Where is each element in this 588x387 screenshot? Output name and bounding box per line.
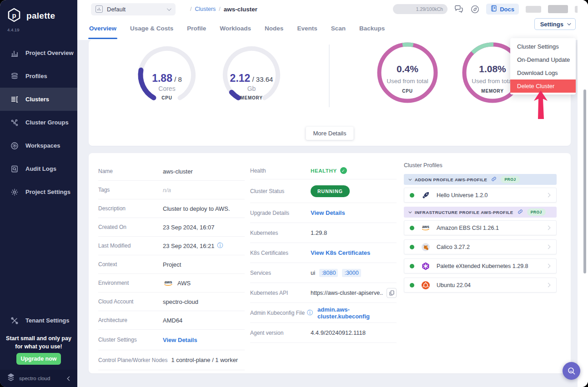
tab-profile[interactable]: Profile xyxy=(187,25,206,34)
menu-item-delete-cluster[interactable]: Delete Cluster xyxy=(510,79,576,93)
created-on-value: 23 Sep 2024, 16:07 xyxy=(163,224,215,231)
calico-icon xyxy=(421,242,431,252)
tab-bar: Overview Usage & Costs Profile Workloads… xyxy=(77,18,588,40)
sidebar-item-cluster-groups[interactable]: Cluster Groups xyxy=(0,111,77,134)
whats-new-icon[interactable] xyxy=(470,5,479,14)
tab-backups[interactable]: Backups xyxy=(359,25,385,34)
spectro-cloud-logo-icon xyxy=(6,373,15,383)
k8s-certificates-link[interactable]: View K8s Certificates xyxy=(311,249,370,256)
status-dot xyxy=(410,283,414,288)
profile-item-palette-extended-kubernetes[interactable]: Palette eXtended Kubernetes 1.29.8 xyxy=(404,258,557,273)
detail-row-services: Services ui :8080 :3000 xyxy=(250,263,397,283)
addon-profile-header[interactable]: ADDON PROFILE AWS-PROFILE PROJ xyxy=(404,174,557,185)
sidebar-item-project-overview[interactable]: Project Overview xyxy=(0,41,77,64)
settings-button[interactable]: Settings xyxy=(534,18,576,30)
cpu-usage-ring: 0.4% Used from total CPU xyxy=(376,41,439,104)
sidebar-item-clusters[interactable]: Clusters xyxy=(0,88,77,111)
info-icon[interactable]: ⓘ xyxy=(307,309,313,317)
agent-version-value: 4.4.9/20240912.1118 xyxy=(311,329,366,336)
breadcrumb-clusters-link[interactable]: Clusters xyxy=(195,6,216,12)
cluster-profiles-title: Cluster Profiles xyxy=(404,162,557,169)
aws-logo-icon: aws xyxy=(421,223,431,233)
menu-item-download-logs[interactable]: Download Logs xyxy=(510,66,576,79)
infrastructure-profile-header[interactable]: INFRASTRUCTURE PROFILE AWS-PROFILE PROJ xyxy=(404,207,557,218)
book-icon xyxy=(491,5,497,13)
tab-workloads[interactable]: Workloads xyxy=(220,25,251,34)
chevron-right-icon xyxy=(546,264,551,268)
tab-events[interactable]: Events xyxy=(297,25,317,34)
footer-brand-name: spectro cloud xyxy=(19,376,64,381)
details-card: Nameaws-cluster Tagsn/a DescriptionClust… xyxy=(89,153,571,373)
collapse-sidebar-icon[interactable] xyxy=(67,376,72,381)
redacted-control[interactable] xyxy=(548,5,568,13)
copy-icon[interactable] xyxy=(387,288,397,298)
services-name: ui xyxy=(311,269,315,276)
cloud-account-value: spectro-cloud xyxy=(163,298,198,305)
cpu-gauge: 1.88 / 8 Cores CPU xyxy=(135,43,199,107)
cluster-name-value: aws-cluster xyxy=(163,168,193,175)
profile-item-hello-universe[interactable]: Hello Universe 1.2.0 xyxy=(404,188,557,203)
chevron-right-icon xyxy=(546,245,551,249)
service-port-link[interactable]: :8080 xyxy=(319,269,338,277)
rocket-icon xyxy=(421,190,431,200)
gear-icon xyxy=(10,188,19,196)
svg-text:aws: aws xyxy=(422,225,429,229)
tab-overview[interactable]: Overview xyxy=(89,25,116,34)
topbar-actions: 1.29/100kCh Docs xyxy=(393,4,581,15)
upgrade-details-link[interactable]: View Details xyxy=(311,209,345,216)
tab-usage-costs[interactable]: Usage & Costs xyxy=(130,25,173,34)
profile-item-amazon-ebs-csi[interactable]: aws Amazon EBS CSI 1.26.1 xyxy=(404,220,557,235)
tab-scan[interactable]: Scan xyxy=(331,25,346,34)
sidebar-item-tenant-settings[interactable]: Tenant Settings xyxy=(0,309,77,332)
sidebar-item-label: Clusters xyxy=(25,96,49,103)
chevron-down-icon xyxy=(408,210,412,213)
clusters-icon xyxy=(10,95,19,104)
detail-row-name: Nameaws-cluster xyxy=(98,162,245,181)
sidebar-item-label: Tenant Settings xyxy=(25,317,70,324)
upgrade-now-button[interactable]: Upgrade now xyxy=(16,353,61,365)
profile-item-calico[interactable]: Calico 3.27.2 xyxy=(404,239,557,254)
status-dot xyxy=(410,264,414,268)
profile-item-ubuntu[interactable]: Ubuntu 22.04 xyxy=(404,278,557,293)
more-details-button[interactable]: More Details xyxy=(306,127,354,140)
tags-value: n/a xyxy=(163,187,171,194)
sidebar-item-label: Workspaces xyxy=(25,142,60,149)
nodes-icon xyxy=(10,119,19,127)
app-version: 4.4.19 xyxy=(0,25,77,32)
sidebar-item-project-settings[interactable]: Project Settings xyxy=(0,180,77,203)
brand-name: palette xyxy=(26,11,55,21)
divider xyxy=(329,45,330,107)
tab-nodes[interactable]: Nodes xyxy=(265,25,283,34)
sidebar-item-audit-logs[interactable]: Audit Logs xyxy=(0,157,77,180)
view-details-link[interactable]: View Details xyxy=(163,337,197,343)
menu-item-cluster-settings[interactable]: Cluster Settings xyxy=(510,40,576,53)
menu-item-on-demand-update[interactable]: On-Demand Update xyxy=(510,53,576,66)
proj-badge: PROJ xyxy=(527,208,546,216)
sidebar-item-label: Profiles xyxy=(25,73,47,79)
sidebar-item-profiles[interactable]: Profiles xyxy=(0,64,77,88)
brand: p palette xyxy=(0,0,77,25)
detail-row-nodes: Control Plane/Worker Nodes1 control-plan… xyxy=(98,350,245,370)
sidebar-item-label: Cluster Groups xyxy=(25,119,69,126)
help-search-fab[interactable] xyxy=(563,362,580,380)
detail-row-description: DescriptionCluster to deploy to AWS. xyxy=(98,199,245,218)
svg-text:aws: aws xyxy=(164,280,172,284)
scrollbar-thumb[interactable] xyxy=(583,89,586,273)
detail-row-environment: Environment aws AWS xyxy=(98,274,245,293)
sidebar-item-workspaces[interactable]: Workspaces xyxy=(0,134,77,157)
project-selector[interactable]: Default xyxy=(91,3,176,15)
kubernetes-api-value: https://aws-cluster-apiserve... xyxy=(311,290,383,296)
status-dot xyxy=(410,226,414,230)
service-port-link[interactable]: :3000 xyxy=(342,269,361,277)
kubeconfig-link[interactable]: admin.aws-cluster.kubeconfig xyxy=(317,306,397,320)
sidebar: p palette 4.4.19 Project Overview Profil… xyxy=(0,0,77,387)
info-icon[interactable]: ⓘ xyxy=(217,242,223,250)
docs-button[interactable]: Docs xyxy=(486,4,519,15)
redacted-control[interactable] xyxy=(526,6,541,13)
detail-row-api: Kubernetes API https://aws-cluster-apise… xyxy=(250,283,397,303)
detail-row-kubeconfig: Admin Kubeconfig Fileⓘ admin.aws-cluster… xyxy=(250,303,397,323)
scrollbar-track xyxy=(578,0,588,387)
chat-icon[interactable] xyxy=(454,5,463,14)
chevron-down-icon xyxy=(408,177,412,180)
environment-value: AWS xyxy=(177,280,191,287)
